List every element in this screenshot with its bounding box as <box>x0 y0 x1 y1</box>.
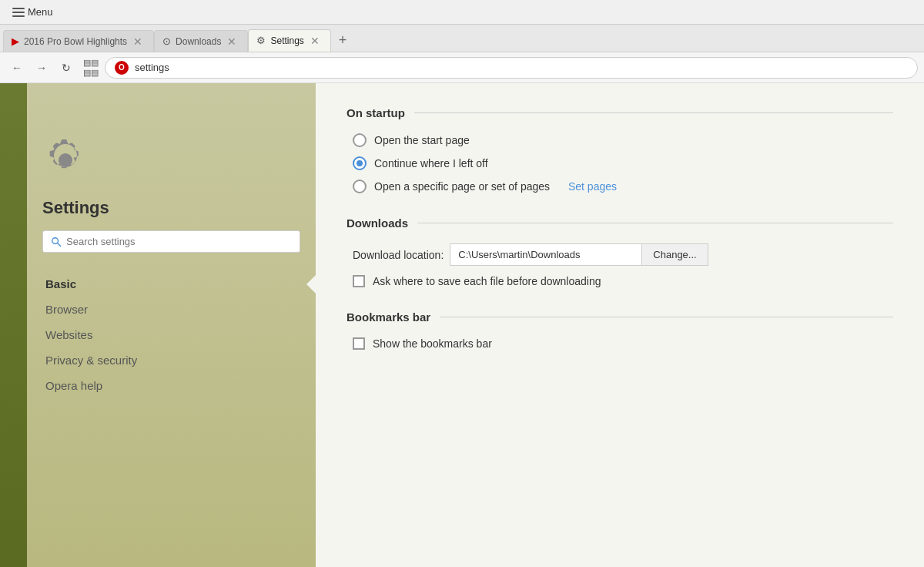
startup-section: On startup Open the start page Continue … <box>346 106 893 193</box>
tab-download-icon: ⊙ <box>162 35 171 47</box>
menu-button[interactable]: Menu <box>6 3 59 21</box>
sidebar-item-basic[interactable]: Basic <box>42 271 300 297</box>
ask-before-download-row[interactable]: Ask where to save each file before downl… <box>353 275 893 287</box>
startup-divider <box>414 112 893 113</box>
bookmarks-header: Bookmarks bar <box>346 310 893 324</box>
downloads-header: Downloads <box>346 216 893 230</box>
bookmarks-title: Bookmarks bar <box>346 310 430 324</box>
tab-2-label: Downloads <box>176 36 221 47</box>
svg-line-1 <box>58 243 61 246</box>
show-bookmarks-label: Show the bookmarks bar <box>373 337 492 350</box>
tab-pro-bowl[interactable]: ▶ 2016 Pro Bowl Highlights ✕ <box>3 30 154 52</box>
address-bar[interactable]: O settings <box>105 57 918 79</box>
change-location-button[interactable]: Change... <box>642 243 708 266</box>
tab-settings-icon: ⚙ <box>256 35 266 46</box>
browser-titlebar: Menu <box>0 0 924 25</box>
nav-items: Basic Browser Websites Privacy & securit… <box>42 271 300 398</box>
back-button[interactable]: ← <box>6 57 28 79</box>
search-input[interactable] <box>66 236 292 247</box>
startup-title: On startup <box>346 106 405 119</box>
tab-3-label: Settings <box>270 35 303 46</box>
settings-icon-container <box>42 137 300 186</box>
new-tab-button[interactable]: + <box>331 29 355 52</box>
forward-button[interactable]: → <box>31 57 52 79</box>
ask-before-download-label: Ask where to save each file before downl… <box>373 275 601 287</box>
sidebar: Settings Basic Browser <box>0 83 316 567</box>
tab-settings[interactable]: ⚙ Settings ✕ <box>248 29 330 52</box>
startup-label-specific: Open a specific page or set of pages <box>374 180 550 193</box>
menu-icon <box>12 8 25 17</box>
speed-dial-button[interactable]: ▤▤▤▤ <box>80 57 102 79</box>
downloads-section: Downloads Download location: C:\Users\ma… <box>346 216 893 287</box>
download-path-value: C:\Users\martin\Downloads <box>450 243 642 266</box>
download-location-row: Download location: C:\Users\martin\Downl… <box>353 243 893 266</box>
startup-label-start-page: Open the start page <box>374 134 470 146</box>
download-location-label: Download location: <box>353 249 444 261</box>
sidebar-item-help[interactable]: Opera help <box>42 373 300 398</box>
radio-dot-continue <box>357 160 363 166</box>
sidebar-main: Settings Basic Browser <box>27 83 316 567</box>
startup-option-continue[interactable]: Continue where I left off <box>353 156 893 170</box>
tab-2-close[interactable]: ✕ <box>226 36 238 47</box>
bookmarks-section: Bookmarks bar Show the bookmarks bar <box>346 310 893 350</box>
radio-specific[interactable] <box>353 179 367 193</box>
show-bookmarks-row[interactable]: Show the bookmarks bar <box>353 337 893 350</box>
downloads-title: Downloads <box>346 216 408 230</box>
search-icon <box>51 237 62 247</box>
opera-logo: O <box>115 61 129 75</box>
radio-continue[interactable] <box>353 156 367 170</box>
nav-bar: ← → ↻ ▤▤▤▤ O settings <box>0 52 924 83</box>
active-arrow <box>306 275 316 294</box>
tab-1-label: 2016 Pro Bowl Highlights <box>24 36 127 47</box>
tab-3-close[interactable]: ✕ <box>309 35 321 46</box>
downloads-divider <box>417 223 893 223</box>
tab-video-icon: ▶ <box>12 35 19 47</box>
search-box[interactable] <box>42 230 300 253</box>
tab-1-close[interactable]: ✕ <box>132 36 144 47</box>
content-area: On startup Open the start page Continue … <box>316 83 924 567</box>
tabs-bar: ▶ 2016 Pro Bowl Highlights ✕ ⊙ Downloads… <box>0 25 924 52</box>
main-area: Settings Basic Browser <box>0 83 924 567</box>
startup-label-continue: Continue where I left off <box>374 157 488 169</box>
gear-icon <box>42 137 89 183</box>
show-bookmarks-checkbox[interactable] <box>353 337 365 350</box>
sidebar-item-privacy[interactable]: Privacy & security <box>42 347 300 373</box>
menu-label: Menu <box>28 6 53 18</box>
set-pages-link[interactable]: Set pages <box>568 180 617 193</box>
sidebar-item-websites[interactable]: Websites <box>42 322 300 347</box>
tab-downloads[interactable]: ⊙ Downloads ✕ <box>154 30 248 52</box>
settings-title: Settings <box>42 198 300 218</box>
reload-button[interactable]: ↻ <box>55 57 77 79</box>
startup-options: Open the start page Continue where I lef… <box>353 133 893 193</box>
startup-header: On startup <box>346 106 893 119</box>
sidebar-accent <box>0 83 27 567</box>
address-text: settings <box>135 62 169 73</box>
startup-option-specific[interactable]: Open a specific page or set of pages Set… <box>353 179 893 193</box>
radio-start-page[interactable] <box>353 133 367 147</box>
ask-before-download-checkbox[interactable] <box>353 275 365 287</box>
sidebar-item-browser[interactable]: Browser <box>42 297 300 322</box>
bookmarks-divider <box>440 317 893 317</box>
startup-option-start-page[interactable]: Open the start page <box>353 133 893 147</box>
